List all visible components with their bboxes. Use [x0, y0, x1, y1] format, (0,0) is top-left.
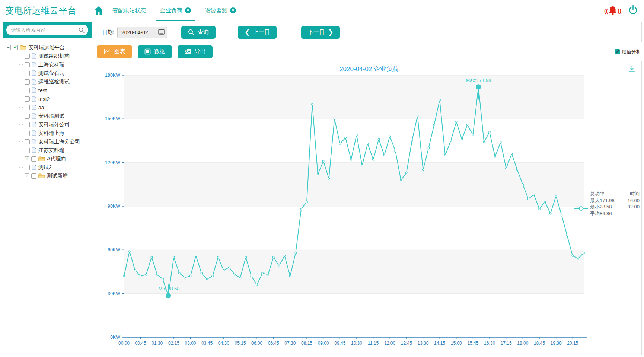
tree-connector	[19, 90, 23, 90]
svg-text:17:15: 17:15	[501, 341, 512, 346]
tree-item-label[interactable]: 江苏安科瑞	[38, 147, 64, 154]
tree-item[interactable]: 安科瑞分公司	[19, 120, 93, 129]
svg-text:15:45: 15:45	[467, 341, 478, 346]
search-icon[interactable]	[79, 27, 85, 35]
tree-item-label[interactable]: 安科瑞上海分公司	[38, 138, 80, 145]
tree-root-item[interactable]: −安科瑞运维平台	[6, 43, 93, 52]
tree-checkbox[interactable]	[31, 156, 36, 162]
tree-item-label[interactable]: 测试萤石云	[38, 70, 64, 77]
tree-item-label[interactable]: 安科瑞上海	[38, 130, 64, 137]
toolbar: 日期: 2020-04-02 查询 ❮ 上一日	[97, 22, 642, 42]
tree-item[interactable]: 安科瑞上海分公司	[19, 137, 93, 146]
tab-label: 谐波监测	[205, 7, 227, 14]
tree-item-label[interactable]: 安科瑞测试	[38, 113, 64, 119]
svg-text:150KW: 150KW	[105, 116, 120, 121]
tree-checkbox[interactable]	[25, 96, 30, 102]
folder-icon	[20, 45, 26, 50]
tree-children: 测试组织机构上海安科瑞测试萤石云运维巡检测试testtest2aa安科瑞测试安科…	[6, 52, 93, 180]
tree-item[interactable]: 安科瑞测试	[19, 112, 93, 120]
power-icon[interactable]	[628, 5, 638, 16]
data-view-button[interactable]: 数据	[138, 45, 172, 58]
tree-checkbox[interactable]	[25, 88, 30, 93]
max-analysis-label: 最值分析	[622, 48, 641, 55]
tree-checkbox[interactable]	[25, 131, 30, 136]
chevron-right-icon: ❯	[328, 29, 333, 35]
tree-item[interactable]: aa	[19, 103, 93, 112]
expand-icon[interactable]: +	[25, 173, 29, 178]
tree-item[interactable]: +测试新增	[19, 172, 93, 180]
excel-icon: X	[184, 48, 191, 55]
tree-item-label[interactable]: 测试组织机构	[38, 53, 70, 60]
search-input[interactable]	[6, 25, 88, 35]
tree-checkbox[interactable]	[25, 165, 30, 170]
tab-close-icon[interactable]: ✕	[185, 7, 191, 13]
tree-connector	[19, 133, 23, 133]
tree-item-label[interactable]: 安科瑞运维平台	[28, 44, 65, 51]
chart-view-button[interactable]: 图表	[97, 45, 132, 58]
svg-text:X: X	[185, 50, 188, 54]
tree-item-label[interactable]: aa	[38, 105, 44, 111]
tree-checkbox[interactable]	[31, 173, 36, 179]
tree-item-label[interactable]: 测试新增	[47, 173, 68, 179]
tree-item[interactable]: 测试组织机构	[19, 52, 93, 60]
prev-day-button[interactable]: ❮ 上一日	[238, 26, 277, 39]
max-analysis-toggle[interactable]: 最值分析	[615, 48, 642, 55]
load-chart[interactable]: 0KW30KW60KW90KW120KW150KW180KW00:0000:45…	[97, 71, 594, 354]
tree-item-label[interactable]: 测试2	[38, 164, 52, 171]
calendar-icon[interactable]	[158, 29, 165, 36]
tree-item-label[interactable]: A代理商	[47, 156, 66, 162]
home-icon[interactable]	[94, 6, 103, 15]
series-legend-icon[interactable]	[574, 206, 588, 213]
stats-avg-row: 平均86.86	[590, 210, 640, 217]
tree-item[interactable]: 安科瑞上海	[19, 129, 93, 137]
next-day-button[interactable]: 下一日 ❯	[301, 26, 340, 39]
tree-checkbox[interactable]	[13, 45, 18, 50]
tree-connector	[19, 56, 23, 56]
file-icon	[32, 122, 36, 127]
tree-item[interactable]: 上海安科瑞	[19, 60, 93, 69]
tree-checkbox[interactable]	[25, 79, 30, 85]
bell-glyph	[608, 5, 618, 16]
stats-avg-value: 平均86.86	[590, 210, 612, 217]
tree-item-label[interactable]: test	[38, 87, 47, 93]
tab-0[interactable]: 变配电站状态	[112, 0, 147, 21]
export-label: 导出	[195, 48, 206, 55]
tree-checkbox[interactable]	[25, 139, 30, 144]
tree-checkbox[interactable]	[25, 71, 30, 76]
max-analysis-checkbox[interactable]	[615, 49, 620, 54]
date-input[interactable]: 2020-04-02	[117, 27, 167, 38]
tree-item[interactable]: 运维巡检测试	[19, 77, 93, 86]
tree-item-label[interactable]: 安科瑞分公司	[38, 121, 70, 128]
svg-text:30KW: 30KW	[108, 291, 120, 296]
stats-power-header: 总功率	[590, 191, 605, 197]
tab-close-icon[interactable]: ✕	[230, 7, 236, 13]
tree-item[interactable]: +A代理商	[19, 154, 93, 163]
collapse-icon[interactable]: −	[6, 45, 11, 50]
svg-text:14:15: 14:15	[434, 341, 445, 346]
svg-text:12:45: 12:45	[401, 341, 412, 346]
tree-checkbox[interactable]	[25, 105, 30, 110]
svg-text:20:15: 20:15	[567, 341, 578, 346]
tree-item[interactable]: 测试2	[19, 163, 93, 172]
tree-checkbox[interactable]	[25, 114, 30, 119]
tree-item[interactable]: test2	[19, 95, 93, 103]
tab-1[interactable]: 企业负荷✕	[159, 0, 192, 21]
stats-time-header: 时间	[630, 191, 640, 197]
alarm-bell-icon[interactable]: (( ))	[604, 5, 621, 16]
tree-item[interactable]: 测试萤石云	[19, 69, 93, 77]
download-icon[interactable]	[628, 66, 635, 74]
tab-2[interactable]: 谐波监测✕	[204, 0, 237, 21]
export-button[interactable]: X 导出	[178, 45, 213, 58]
tree-checkbox[interactable]	[25, 62, 30, 67]
query-button[interactable]: 查询	[181, 26, 216, 39]
tree-item-label[interactable]: test2	[38, 96, 50, 102]
stats-min-row: 最小28.58 02:00	[590, 204, 640, 210]
tree-item[interactable]: 江苏安科瑞	[19, 146, 93, 154]
expand-icon[interactable]: +	[25, 156, 29, 161]
tree-item-label[interactable]: 上海安科瑞	[38, 61, 64, 68]
tree-checkbox[interactable]	[25, 122, 30, 127]
tree-checkbox[interactable]	[25, 54, 30, 59]
tree-checkbox[interactable]	[25, 148, 30, 153]
tree-item[interactable]: test	[19, 86, 93, 95]
tree-item-label[interactable]: 运维巡检测试	[38, 79, 70, 85]
